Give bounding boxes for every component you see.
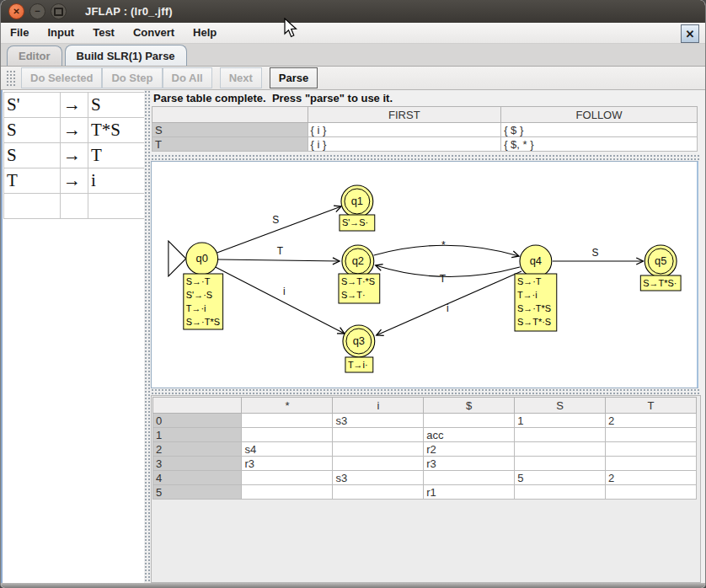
- minimize-window-button[interactable]: −: [29, 3, 45, 19]
- table-cell[interactable]: [333, 428, 424, 442]
- column-header[interactable]: FIRST: [308, 107, 501, 123]
- table-cell[interactable]: [515, 457, 606, 471]
- column-header[interactable]: $: [424, 398, 515, 414]
- column-header[interactable]: FOLLOW: [501, 107, 698, 123]
- state-name-q1: q1: [351, 195, 363, 207]
- vertical-split-divider[interactable]: [144, 90, 151, 583]
- tab-editor[interactable]: Editor: [7, 45, 62, 66]
- grammar-cell[interactable]: i: [88, 168, 149, 194]
- grammar-cell[interactable]: T*S: [88, 118, 149, 143]
- table-cell[interactable]: [515, 485, 606, 500]
- table-cell[interactable]: [242, 485, 333, 500]
- row-header[interactable]: 2: [153, 442, 242, 457]
- table-cell[interactable]: [333, 457, 424, 471]
- grammar-cell[interactable]: →: [61, 143, 88, 168]
- table-cell[interactable]: r1: [424, 485, 515, 500]
- table-cell[interactable]: 2: [606, 414, 697, 428]
- table-cell[interactable]: 5: [515, 471, 606, 485]
- next-button[interactable]: Next: [220, 67, 262, 88]
- window-title: JFLAP : (lr0_.jff): [85, 5, 173, 18]
- table-cell[interactable]: [333, 442, 424, 457]
- transition-2-i[interactable]: [216, 267, 345, 334]
- row-header[interactable]: 0: [153, 414, 242, 428]
- grammar-cell[interactable]: →: [61, 118, 88, 143]
- table-cell[interactable]: [515, 428, 606, 442]
- column-header[interactable]: [153, 398, 242, 414]
- table-cell[interactable]: r3: [242, 457, 333, 471]
- table-cell[interactable]: s3: [333, 414, 424, 428]
- row-header[interactable]: 3: [153, 457, 242, 471]
- table-cell[interactable]: s4: [242, 442, 333, 457]
- transition-5-i[interactable]: [377, 271, 521, 335]
- table-cell[interactable]: [515, 442, 606, 457]
- table-cell[interactable]: r2: [424, 442, 515, 457]
- transition-label-5: i: [447, 302, 449, 314]
- horizontal-split-divider-bottom[interactable]: [151, 388, 701, 395]
- maximize-window-button[interactable]: [51, 3, 67, 19]
- table-cell[interactable]: s3: [333, 471, 424, 485]
- transition-4-t[interactable]: [376, 265, 520, 277]
- table-cell[interactable]: [242, 471, 333, 485]
- menu-item-input[interactable]: Input: [38, 23, 83, 43]
- do-selected-button[interactable]: Do Selected: [21, 67, 102, 88]
- grammar-table: S'→SS→T*SS→TT→i: [3, 92, 149, 219]
- menu-item-test[interactable]: Test: [83, 23, 124, 43]
- table-cell[interactable]: [424, 414, 515, 428]
- horizontal-split-divider-top[interactable]: [151, 154, 701, 161]
- grammar-cell[interactable]: S': [4, 93, 61, 118]
- table-cell[interactable]: [242, 428, 333, 442]
- row-header[interactable]: T: [152, 137, 308, 152]
- row-header[interactable]: 5: [153, 485, 242, 500]
- do-all-button[interactable]: Do All: [163, 67, 212, 88]
- menu-item-file[interactable]: File: [1, 23, 38, 43]
- grammar-cell[interactable]: [88, 194, 149, 219]
- table-cell[interactable]: [606, 485, 697, 500]
- do-step-button[interactable]: Do Step: [102, 67, 162, 88]
- close-window-button[interactable]: ✕: [8, 3, 24, 19]
- table-cell[interactable]: acc: [424, 428, 515, 442]
- grammar-cell[interactable]: [4, 194, 61, 219]
- table-cell[interactable]: [606, 442, 697, 457]
- menu-item-convert[interactable]: Convert: [124, 23, 184, 43]
- table-cell[interactable]: { $ }: [501, 123, 698, 137]
- table-cell[interactable]: [606, 428, 697, 442]
- table-cell[interactable]: { i }: [308, 137, 501, 152]
- grammar-row: S→T: [4, 143, 149, 168]
- grammar-cell[interactable]: S: [88, 93, 149, 118]
- grammar-cell[interactable]: →: [61, 168, 88, 194]
- tab-build-slr-1-parse[interactable]: Build SLR(1) Parse: [65, 45, 187, 66]
- column-header[interactable]: *: [242, 398, 333, 414]
- table-cell[interactable]: r3: [424, 457, 515, 471]
- automaton-canvas[interactable]: STi*TiSq0S→·TS'→·ST→·iS→·T*Sq1S'→S·q2S→T…: [151, 161, 698, 388]
- table-cell[interactable]: [333, 485, 424, 500]
- toolbar-grip[interactable]: [6, 70, 16, 87]
- toolbar: Do SelectedDo StepDo AllNextParse: [1, 67, 705, 90]
- grammar-cell[interactable]: T: [4, 168, 61, 194]
- grammar-cell[interactable]: [61, 194, 88, 219]
- table-cell[interactable]: 2: [606, 471, 697, 485]
- column-header[interactable]: T: [606, 398, 697, 414]
- grammar-cell[interactable]: S: [4, 118, 61, 143]
- menu-item-help[interactable]: Help: [184, 23, 226, 43]
- column-header[interactable]: i: [333, 398, 424, 414]
- row-header[interactable]: S: [152, 123, 308, 137]
- row-header[interactable]: 4: [153, 471, 242, 485]
- grammar-cell[interactable]: T: [88, 143, 149, 168]
- close-tab-button[interactable]: ✕: [681, 24, 699, 43]
- first-follow-table: FIRSTFOLLOWS{ i }{ $ }T{ i }{ $, * }: [152, 106, 698, 152]
- table-cell[interactable]: [606, 457, 697, 471]
- table-cell[interactable]: [242, 414, 333, 428]
- grammar-cell[interactable]: →: [61, 93, 88, 118]
- column-header[interactable]: [152, 107, 308, 123]
- parse-button[interactable]: Parse: [270, 67, 318, 88]
- table-cell[interactable]: { i }: [308, 123, 501, 137]
- grammar-cell[interactable]: S: [4, 143, 61, 168]
- transition-3-[interactable]: [374, 245, 519, 256]
- table-cell[interactable]: { $, * }: [501, 137, 698, 152]
- grammar-row: [4, 194, 149, 219]
- row-header[interactable]: 1: [153, 428, 242, 442]
- transition-1-t[interactable]: [218, 259, 340, 261]
- table-cell[interactable]: [424, 471, 515, 485]
- table-cell[interactable]: 1: [515, 414, 606, 428]
- column-header[interactable]: S: [515, 398, 606, 414]
